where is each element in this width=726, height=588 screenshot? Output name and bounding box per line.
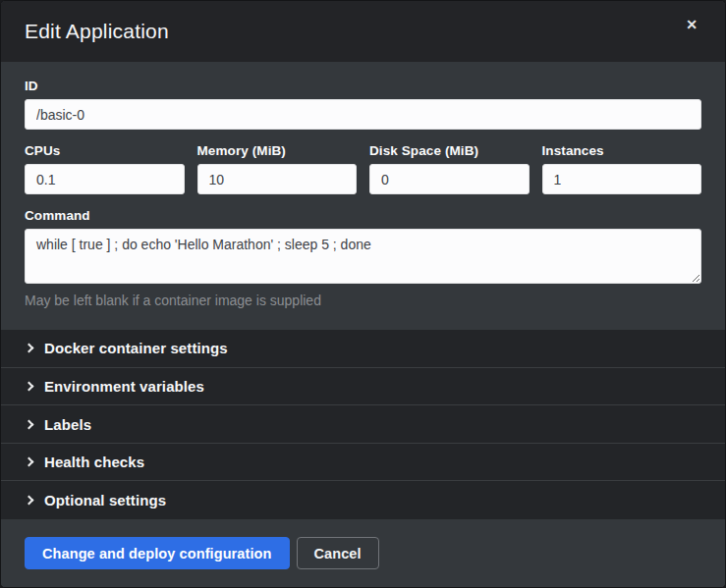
modal-footer: Change and deploy configuration Cancel xyxy=(1,519,725,587)
memory-field-group: Memory (MiB) xyxy=(197,143,358,194)
close-icon: ✕ xyxy=(686,17,698,32)
section-optional-settings[interactable]: Optional settings xyxy=(1,481,725,519)
section-environment-variables[interactable]: Environment variables xyxy=(1,368,725,406)
id-input[interactable] xyxy=(25,99,701,130)
accordion: Docker container settings Environment va… xyxy=(1,330,725,519)
section-label: Health checks xyxy=(44,454,144,470)
id-field-group: ID xyxy=(25,79,701,130)
instances-label: Instances xyxy=(542,143,702,158)
section-docker-container-settings[interactable]: Docker container settings xyxy=(1,330,725,368)
disk-field-group: Disk Space (MiB) xyxy=(369,143,530,194)
section-label: Environment variables xyxy=(44,378,204,395)
disk-label: Disk Space (MiB) xyxy=(369,143,530,158)
disk-input[interactable] xyxy=(369,164,530,194)
chevron-right-icon xyxy=(25,457,34,467)
modal-body: ID CPUs Memory (MiB) Disk Space (MiB) In… xyxy=(1,62,725,330)
command-field-group: Command while [ true ] ; do echo 'Hello … xyxy=(25,208,701,308)
section-label: Labels xyxy=(44,416,91,433)
edit-application-modal: Edit Application ✕ ID CPUs Memory (MiB) … xyxy=(0,0,726,588)
chevron-right-icon xyxy=(25,344,34,353)
resources-row: CPUs Memory (MiB) Disk Space (MiB) Insta… xyxy=(25,143,701,208)
instances-field-group: Instances xyxy=(542,143,702,194)
section-labels[interactable]: Labels xyxy=(1,405,725,444)
instances-input[interactable] xyxy=(542,164,702,194)
section-health-checks[interactable]: Health checks xyxy=(1,444,725,482)
command-textarea[interactable]: while [ true ] ; do echo 'Hello Marathon… xyxy=(25,229,701,284)
memory-label: Memory (MiB) xyxy=(197,143,358,158)
command-label: Command xyxy=(25,208,701,223)
command-help-text: May be left blank if a container image i… xyxy=(25,293,701,308)
chevron-right-icon xyxy=(25,496,34,506)
chevron-right-icon xyxy=(25,419,34,429)
chevron-right-icon xyxy=(25,381,34,391)
cpus-label: CPUs xyxy=(25,143,185,158)
cpus-input[interactable] xyxy=(25,164,185,194)
close-button[interactable]: ✕ xyxy=(682,14,701,35)
section-label: Optional settings xyxy=(44,492,166,508)
change-and-deploy-button[interactable]: Change and deploy configuration xyxy=(25,537,290,569)
cpus-field-group: CPUs xyxy=(25,143,185,194)
cancel-button[interactable]: Cancel xyxy=(297,537,379,569)
section-label: Docker container settings xyxy=(44,340,228,356)
id-label: ID xyxy=(25,79,701,93)
page-title: Edit Application xyxy=(25,20,169,43)
memory-input[interactable] xyxy=(197,164,358,194)
modal-header: Edit Application ✕ xyxy=(1,1,725,62)
